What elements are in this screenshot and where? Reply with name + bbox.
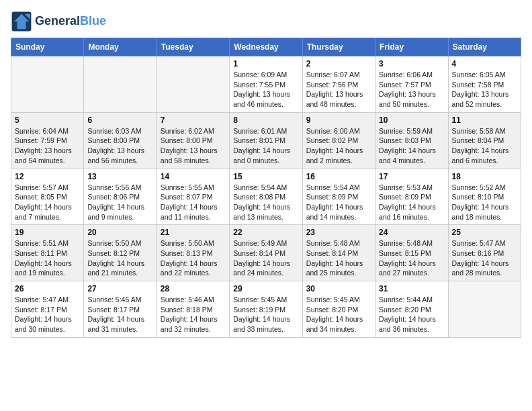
day-info: Sunrise: 5:44 AMSunset: 8:20 PMDaylight:… bbox=[379, 295, 444, 334]
day-number: 1 bbox=[233, 59, 298, 68]
day-info: Sunrise: 5:45 AMSunset: 8:19 PMDaylight:… bbox=[233, 295, 298, 334]
calendar-cell: 1Sunrise: 6:09 AMSunset: 7:55 PMDaylight… bbox=[230, 56, 302, 113]
logo: GeneralBlue bbox=[11, 11, 106, 32]
calendar-cell: 23Sunrise: 5:48 AMSunset: 8:14 PMDayligh… bbox=[302, 225, 375, 281]
day-info: Sunrise: 5:58 AMSunset: 8:04 PMDaylight:… bbox=[452, 126, 517, 166]
day-info: Sunrise: 6:00 AMSunset: 8:02 PMDaylight:… bbox=[306, 126, 371, 166]
day-info: Sunrise: 5:52 AMSunset: 8:10 PMDaylight:… bbox=[452, 183, 517, 222]
day-info: Sunrise: 5:46 AMSunset: 8:18 PMDaylight:… bbox=[161, 295, 226, 334]
day-number: 9 bbox=[306, 116, 371, 125]
day-number: 8 bbox=[233, 116, 298, 125]
col-header-monday: Monday bbox=[84, 38, 157, 56]
calendar-cell bbox=[84, 56, 157, 113]
calendar-week-row: 5Sunrise: 6:04 AMSunset: 7:59 PMDaylight… bbox=[11, 112, 521, 169]
day-number: 24 bbox=[379, 228, 444, 237]
day-info: Sunrise: 5:47 AMSunset: 8:17 PMDaylight:… bbox=[15, 295, 80, 334]
day-number: 18 bbox=[452, 172, 517, 181]
day-number: 4 bbox=[452, 59, 517, 68]
day-info: Sunrise: 6:06 AMSunset: 7:57 PMDaylight:… bbox=[379, 70, 444, 109]
calendar-cell: 6Sunrise: 6:03 AMSunset: 8:00 PMDaylight… bbox=[84, 112, 157, 169]
day-number: 22 bbox=[233, 228, 298, 237]
day-info: Sunrise: 6:09 AMSunset: 7:55 PMDaylight:… bbox=[233, 70, 298, 109]
calendar-week-row: 19Sunrise: 5:51 AMSunset: 8:11 PMDayligh… bbox=[11, 225, 521, 281]
day-number: 29 bbox=[233, 284, 298, 293]
day-info: Sunrise: 6:03 AMSunset: 8:00 PMDaylight:… bbox=[87, 126, 152, 166]
calendar-cell: 17Sunrise: 5:53 AMSunset: 8:09 PMDayligh… bbox=[375, 169, 448, 225]
day-number: 15 bbox=[233, 172, 298, 181]
day-info: Sunrise: 6:05 AMSunset: 7:58 PMDaylight:… bbox=[452, 70, 517, 109]
day-number: 31 bbox=[379, 284, 444, 293]
calendar-cell: 20Sunrise: 5:50 AMSunset: 8:12 PMDayligh… bbox=[84, 225, 157, 281]
day-number: 21 bbox=[161, 228, 226, 237]
day-number: 26 bbox=[15, 284, 80, 293]
day-info: Sunrise: 5:51 AMSunset: 8:11 PMDaylight:… bbox=[15, 238, 80, 278]
day-number: 20 bbox=[87, 228, 152, 237]
calendar-cell: 5Sunrise: 6:04 AMSunset: 7:59 PMDaylight… bbox=[11, 112, 84, 169]
day-info: Sunrise: 6:01 AMSunset: 8:01 PMDaylight:… bbox=[233, 126, 298, 166]
day-number: 17 bbox=[379, 172, 444, 181]
logo-icon bbox=[11, 11, 32, 32]
day-info: Sunrise: 5:45 AMSunset: 8:20 PMDaylight:… bbox=[306, 295, 371, 334]
calendar-cell bbox=[448, 281, 521, 338]
day-number: 30 bbox=[306, 284, 371, 293]
day-info: Sunrise: 6:07 AMSunset: 7:56 PMDaylight:… bbox=[306, 70, 371, 109]
col-header-wednesday: Wednesday bbox=[230, 38, 302, 56]
day-info: Sunrise: 5:47 AMSunset: 8:16 PMDaylight:… bbox=[452, 238, 517, 278]
page-header: GeneralBlue bbox=[11, 11, 521, 32]
day-number: 2 bbox=[306, 59, 371, 68]
calendar-cell bbox=[157, 56, 229, 113]
calendar-header-row: SundayMondayTuesdayWednesdayThursdayFrid… bbox=[11, 38, 521, 56]
calendar-week-row: 12Sunrise: 5:57 AMSunset: 8:05 PMDayligh… bbox=[11, 169, 521, 225]
day-info: Sunrise: 5:48 AMSunset: 8:15 PMDaylight:… bbox=[379, 238, 444, 278]
calendar-cell: 27Sunrise: 5:46 AMSunset: 8:17 PMDayligh… bbox=[84, 281, 157, 338]
day-number: 16 bbox=[306, 172, 371, 181]
calendar-cell: 21Sunrise: 5:50 AMSunset: 8:13 PMDayligh… bbox=[157, 225, 229, 281]
calendar-cell: 12Sunrise: 5:57 AMSunset: 8:05 PMDayligh… bbox=[11, 169, 84, 225]
calendar-cell: 14Sunrise: 5:55 AMSunset: 8:07 PMDayligh… bbox=[157, 169, 229, 225]
calendar-cell: 2Sunrise: 6:07 AMSunset: 7:56 PMDaylight… bbox=[302, 56, 375, 113]
calendar-cell: 3Sunrise: 6:06 AMSunset: 7:57 PMDaylight… bbox=[375, 56, 448, 113]
day-number: 11 bbox=[452, 116, 517, 125]
calendar-cell: 7Sunrise: 6:02 AMSunset: 8:00 PMDaylight… bbox=[157, 112, 229, 169]
calendar-cell: 30Sunrise: 5:45 AMSunset: 8:20 PMDayligh… bbox=[302, 281, 375, 338]
day-number: 23 bbox=[306, 228, 371, 237]
day-number: 13 bbox=[87, 172, 152, 181]
day-number: 27 bbox=[87, 284, 152, 293]
calendar-cell: 10Sunrise: 5:59 AMSunset: 8:03 PMDayligh… bbox=[375, 112, 448, 169]
col-header-saturday: Saturday bbox=[448, 38, 521, 56]
day-info: Sunrise: 5:59 AMSunset: 8:03 PMDaylight:… bbox=[379, 126, 444, 166]
calendar-cell: 31Sunrise: 5:44 AMSunset: 8:20 PMDayligh… bbox=[375, 281, 448, 338]
calendar-cell: 11Sunrise: 5:58 AMSunset: 8:04 PMDayligh… bbox=[448, 112, 521, 169]
calendar-cell: 24Sunrise: 5:48 AMSunset: 8:15 PMDayligh… bbox=[375, 225, 448, 281]
col-header-thursday: Thursday bbox=[302, 38, 375, 56]
day-info: Sunrise: 5:57 AMSunset: 8:05 PMDaylight:… bbox=[15, 183, 80, 222]
day-info: Sunrise: 5:48 AMSunset: 8:14 PMDaylight:… bbox=[306, 238, 371, 278]
calendar-cell: 4Sunrise: 6:05 AMSunset: 7:58 PMDaylight… bbox=[448, 56, 521, 113]
day-info: Sunrise: 5:50 AMSunset: 8:13 PMDaylight:… bbox=[161, 238, 226, 278]
calendar-cell: 13Sunrise: 5:56 AMSunset: 8:06 PMDayligh… bbox=[84, 169, 157, 225]
calendar-cell: 8Sunrise: 6:01 AMSunset: 8:01 PMDaylight… bbox=[230, 112, 302, 169]
calendar-cell: 29Sunrise: 5:45 AMSunset: 8:19 PMDayligh… bbox=[230, 281, 302, 338]
day-number: 6 bbox=[87, 116, 152, 125]
calendar-cell: 16Sunrise: 5:54 AMSunset: 8:09 PMDayligh… bbox=[302, 169, 375, 225]
calendar-cell: 18Sunrise: 5:52 AMSunset: 8:10 PMDayligh… bbox=[448, 169, 521, 225]
calendar-cell bbox=[11, 56, 84, 113]
col-header-sunday: Sunday bbox=[11, 38, 84, 56]
logo-text: GeneralBlue bbox=[35, 15, 106, 28]
calendar-week-row: 1Sunrise: 6:09 AMSunset: 7:55 PMDaylight… bbox=[11, 56, 521, 113]
day-number: 25 bbox=[452, 228, 517, 237]
calendar-cell: 9Sunrise: 6:00 AMSunset: 8:02 PMDaylight… bbox=[302, 112, 375, 169]
calendar-week-row: 26Sunrise: 5:47 AMSunset: 8:17 PMDayligh… bbox=[11, 281, 521, 338]
calendar-cell: 25Sunrise: 5:47 AMSunset: 8:16 PMDayligh… bbox=[448, 225, 521, 281]
day-number: 28 bbox=[161, 284, 226, 293]
day-info: Sunrise: 5:49 AMSunset: 8:14 PMDaylight:… bbox=[233, 238, 298, 278]
day-info: Sunrise: 5:46 AMSunset: 8:17 PMDaylight:… bbox=[87, 295, 152, 334]
day-number: 19 bbox=[15, 228, 80, 237]
day-number: 7 bbox=[161, 116, 226, 125]
col-header-friday: Friday bbox=[375, 38, 448, 56]
calendar-cell: 15Sunrise: 5:54 AMSunset: 8:08 PMDayligh… bbox=[230, 169, 302, 225]
day-info: Sunrise: 5:54 AMSunset: 8:08 PMDaylight:… bbox=[233, 183, 298, 222]
col-header-tuesday: Tuesday bbox=[157, 38, 229, 56]
day-number: 12 bbox=[15, 172, 80, 181]
day-number: 3 bbox=[379, 59, 444, 68]
